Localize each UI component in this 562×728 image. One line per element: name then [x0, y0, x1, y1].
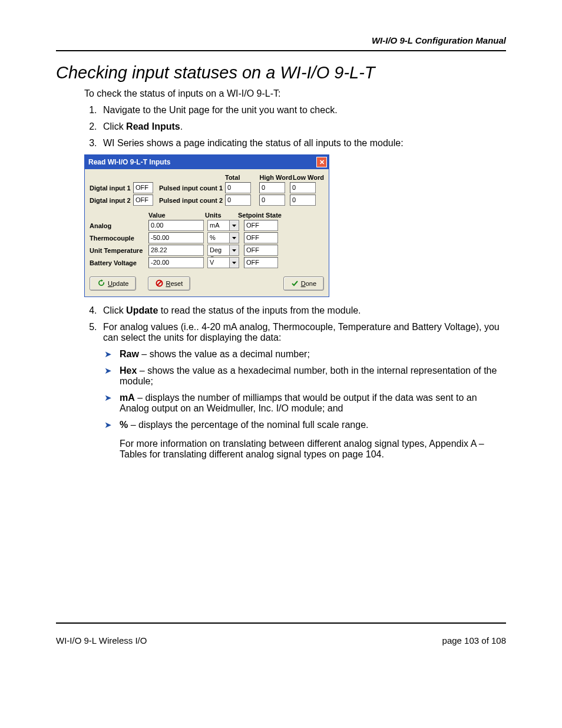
pulsed-2-label: Pulsed input count 2	[159, 197, 225, 204]
pulsed-1-total[interactable]: 0	[225, 182, 251, 193]
analog-1-units-select[interactable]: mA	[207, 220, 239, 231]
bullet-hex-text: – shows the value as a hexadecimal numbe…	[120, 365, 497, 386]
analog-row-1: Analog 0.00 mA OFF	[90, 220, 324, 231]
col-setpoint: Setpoint State	[238, 212, 285, 219]
analog-4-setpoint[interactable]: OFF	[244, 257, 278, 268]
svg-marker-3	[232, 262, 236, 264]
done-label: one	[306, 280, 316, 287]
analog-1-label: Analog	[90, 222, 148, 229]
digital-2-label: Digtal input 2	[90, 197, 133, 204]
digital-1-label: Digtal input 1	[90, 185, 133, 192]
svg-marker-2	[232, 249, 236, 252]
step-2-suffix: .	[180, 121, 183, 131]
analog-4-label: Battery Voltage	[90, 259, 148, 266]
analog-row-4: Battery Voltage -20.00 V OFF	[90, 257, 324, 268]
analog-2-label: Thermocouple	[90, 235, 148, 242]
analog-2-value[interactable]: -50.00	[148, 232, 204, 243]
step-4-suffix: to read the status of the inputs from th…	[158, 305, 361, 315]
col-units: Units	[205, 212, 238, 219]
prohibit-icon	[156, 279, 163, 288]
check-icon	[291, 279, 299, 288]
step-1: Navigate to the Unit page for the unit y…	[100, 105, 506, 116]
bullet-pct-text: – displays the percentage of the nominal…	[128, 420, 368, 430]
step-2: Click Read Inputs.	[100, 121, 506, 132]
bullet-hex-bold: Hex	[120, 365, 137, 375]
bullet-pct-bold: %	[120, 420, 128, 430]
pulsed-1-label: Pulsed input count 1	[159, 185, 225, 192]
digital-row-1: Digtal input 1 OFF Pulsed input count 1 …	[90, 182, 324, 193]
col-low: Low Word	[292, 174, 324, 181]
step-4-prefix: Click	[103, 305, 126, 315]
running-header: WI-I/O 9-L Configuration Manual	[56, 35, 506, 45]
step-4: Click Update to read the status of the i…	[100, 305, 506, 316]
step-4-bold: Update	[126, 305, 158, 315]
analog-4-value[interactable]: -20.00	[148, 257, 204, 268]
bullet-raw-text: – shows the value as a decimal number;	[139, 349, 310, 359]
bullet-ma: mA – displays the number of milliamps th…	[120, 393, 506, 414]
analog-1-setpoint[interactable]: OFF	[244, 220, 278, 231]
col-value: Value	[148, 212, 205, 219]
chevron-down-icon	[229, 220, 239, 231]
pulsed-1-high[interactable]: 0	[259, 182, 285, 193]
step-2-bold: Read Inputs	[126, 121, 180, 131]
reset-label: eset	[170, 280, 183, 287]
svg-marker-1	[232, 237, 236, 239]
reset-button[interactable]: Reset	[148, 276, 190, 291]
intro-text: To check the status of inputs on a WI-I/…	[84, 88, 506, 99]
step-2-prefix: Click	[103, 121, 126, 131]
done-button[interactable]: Done	[283, 276, 324, 291]
svg-line-5	[157, 281, 161, 285]
analog-header-row: Value Units Setpoint State	[90, 212, 324, 219]
pulsed-2-total[interactable]: 0	[225, 195, 251, 206]
pulsed-1-low[interactable]: 0	[290, 182, 316, 193]
count-header-row: Total High Word Low Word	[90, 174, 324, 181]
bullet-pct: % – displays the percentage of the nomin…	[120, 420, 506, 430]
step-5-text: For analog values (i.e.. 4-20 mA analog,…	[103, 322, 500, 342]
bullet-ma-bold: mA	[120, 393, 135, 403]
analog-4-units: V	[207, 257, 229, 268]
page-title: Checking input statuses on a WI-I/O 9-L-…	[56, 63, 506, 83]
analog-2-units-select[interactable]: %	[207, 232, 239, 243]
update-label: pdate	[113, 280, 129, 287]
footer-right: page 103 of 108	[442, 635, 506, 645]
digital-row-2: Digtal input 2 OFF Pulsed input count 2 …	[90, 195, 324, 206]
footer-left: WI-I/O 9-L Wireless I/O	[56, 635, 147, 645]
digital-1-state[interactable]: OFF	[133, 182, 153, 193]
dialog-title-text: Read WI-I/O 9-L-T Inputs	[88, 158, 170, 166]
analog-3-label: Unit Temperature	[90, 247, 148, 254]
col-high: High Word	[254, 174, 292, 181]
closing-text: For more information on translating betw…	[120, 439, 506, 460]
analog-1-value[interactable]: 0.00	[148, 220, 204, 231]
analog-1-units: mA	[207, 220, 229, 231]
bullet-ma-text: – displays the number of milliamps that …	[120, 393, 477, 413]
update-button[interactable]: Update	[90, 276, 136, 291]
pulsed-2-high[interactable]: 0	[259, 195, 285, 206]
analog-3-value[interactable]: 28.22	[148, 245, 204, 256]
analog-2-setpoint[interactable]: OFF	[244, 232, 278, 243]
analog-2-units: %	[207, 232, 229, 243]
digital-2-state[interactable]: OFF	[133, 195, 153, 206]
header-rule	[56, 50, 506, 51]
dialog-read-inputs: Read WI-I/O 9-L-T Inputs ✕ Total High Wo…	[84, 154, 329, 297]
chevron-down-icon	[229, 245, 239, 256]
close-button[interactable]: ✕	[316, 157, 327, 167]
bullet-hex: Hex – shows the value as a hexadecimal n…	[120, 365, 506, 387]
analog-3-units: Deg C	[207, 245, 229, 256]
chevron-down-icon	[229, 257, 239, 268]
pulsed-2-low[interactable]: 0	[290, 195, 316, 206]
analog-row-2: Thermocouple -50.00 % OFF	[90, 232, 324, 243]
svg-marker-0	[232, 225, 236, 227]
analog-3-units-select[interactable]: Deg C	[207, 245, 239, 256]
bullet-raw-bold: Raw	[120, 349, 139, 359]
analog-3-setpoint[interactable]: OFF	[244, 245, 278, 256]
bullet-raw: Raw – shows the value as a decimal numbe…	[120, 349, 506, 360]
refresh-icon	[97, 279, 105, 288]
analog-4-units-select[interactable]: V	[207, 257, 239, 268]
step-5: For analog values (i.e.. 4-20 mA analog,…	[100, 322, 506, 460]
close-icon: ✕	[319, 159, 325, 166]
col-total: Total	[225, 174, 254, 181]
footer-rule	[56, 622, 506, 624]
step-3: WI Series shows a page indicating the st…	[100, 138, 506, 149]
chevron-down-icon	[229, 232, 239, 243]
analog-row-3: Unit Temperature 28.22 Deg C OFF	[90, 245, 324, 256]
